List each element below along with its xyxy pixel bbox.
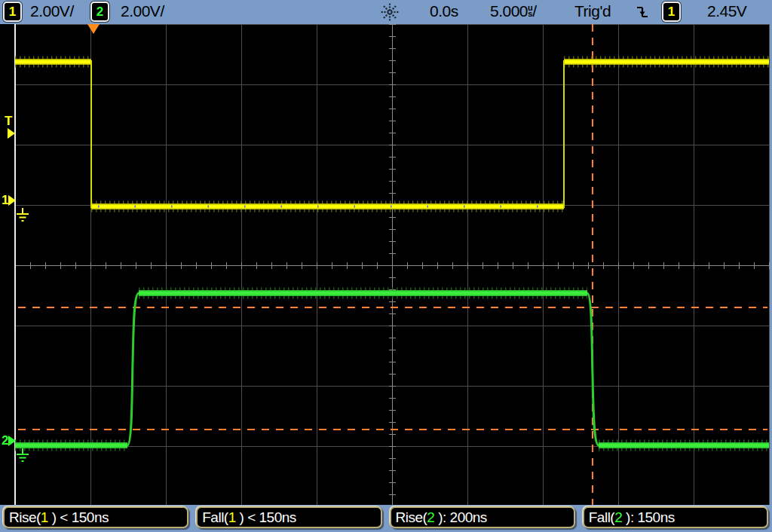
ch2-ground-marker[interactable]: 2 [2, 435, 31, 466]
timebase-value: 5.000 [490, 2, 528, 20]
trigger-status: Trig'd [574, 2, 611, 20]
trigger-level[interactable]: 2.45V [707, 2, 746, 20]
ch1-edges [91, 60, 564, 208]
ch1-scale[interactable]: 2.00V/ [30, 2, 74, 20]
measurement-rise-ch1[interactable]: Rise(1 ) < 150ns [3, 506, 188, 528]
waveform-display: T 1 2 [0, 24, 770, 505]
horizontal-delay[interactable]: 0.0s [430, 2, 458, 20]
top-status-bar: 1 2.00V/ 2 2.00V/ [0, 0, 772, 24]
oscilloscope-screen: 1 2.00V/ 2 2.00V/ [0, 0, 772, 532]
trigger-level-arrow-icon [8, 128, 15, 139]
ch2-badge[interactable]: 2 [90, 2, 109, 22]
ch2-level-arrow-icon [8, 436, 16, 446]
measurement-bar: Rise(1 ) < 150ns Fall(1 ) < 150ns Rise(2… [0, 505, 772, 532]
ch2-ground-icon [14, 448, 31, 463]
acquisition-snowflake-icon [380, 2, 400, 25]
falling-edge-trigger-icon [636, 5, 649, 23]
ch2-scale[interactable]: 2.00V/ [121, 2, 164, 20]
waveform-traces [0, 24, 770, 505]
measurement-fall-ch1[interactable]: Fall(1 ) < 150ns [196, 506, 381, 528]
ch1-ground-icon [14, 208, 31, 223]
trigger-level-marker[interactable]: T [5, 115, 15, 139]
ch1-badge[interactable]: 1 [3, 2, 22, 22]
trigger-source-badge[interactable]: 1 [662, 2, 681, 22]
ch2-trace [15, 293, 769, 445]
timebase[interactable]: 5.000us/ [490, 2, 537, 20]
ch1-trace [15, 60, 769, 208]
ch1-level-arrow-icon [8, 195, 16, 206]
trigger-time-marker[interactable] [87, 24, 100, 34]
ch2-edges [127, 293, 599, 445]
ch1-ground-marker[interactable]: 1 [2, 194, 31, 226]
measurement-fall-ch2[interactable]: Fall(2 ): 150ns [583, 506, 768, 528]
measurement-rise-ch2[interactable]: Rise(2 ): 200ns [390, 506, 575, 528]
